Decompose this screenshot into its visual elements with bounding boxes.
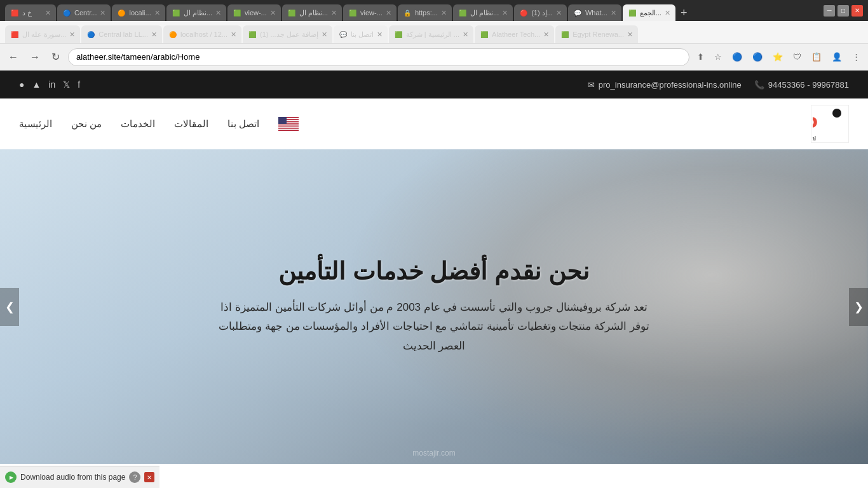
tab-close-4[interactable]: ✕ <box>215 9 221 17</box>
profile-icon[interactable]: 👤 <box>829 51 844 63</box>
language-flag[interactable] <box>278 117 299 131</box>
linkedin-icon[interactable]: in <box>48 79 55 90</box>
tab2-close-2[interactable]: ✕ <box>151 30 157 39</box>
tab-favicon-5: 🟩 <box>233 8 241 17</box>
email-address: pro_insurance@professional-ins.online <box>599 80 742 90</box>
tab-label-6: نظام ال... <box>299 9 328 17</box>
hero-prev-button[interactable]: ❮ <box>0 288 19 326</box>
share-icon[interactable]: ⬆ <box>695 51 707 63</box>
new-tab-button[interactable]: + <box>677 4 691 21</box>
menu-icon[interactable]: ⋮ <box>850 51 863 63</box>
nav-contact[interactable]: اتصل بنا <box>227 115 259 133</box>
hero-description: تعد شركة بروفيشنال جروب والتي تأسست في ع… <box>212 298 656 356</box>
tab2-favicon-wa: 💬 <box>339 30 348 39</box>
tab-close-3[interactable]: ✕ <box>154 9 160 17</box>
nav-home[interactable]: الرئيسية <box>19 115 52 133</box>
tab2-label-5: الرئيسية | شركة ... <box>406 30 459 39</box>
social-links: ● ▲ in 𝕏 f <box>19 79 80 90</box>
tab-close-whatsapp[interactable]: ✕ <box>611 9 616 17</box>
tab-label-7: view-... <box>360 9 383 17</box>
download-close-button[interactable]: ✕ <box>144 472 154 482</box>
tab-close-10[interactable]: ✕ <box>556 9 562 17</box>
tab2-label-4: إضافة عمل جد... (1) <box>260 30 318 39</box>
tab-label-4: نظام ال... <box>184 9 212 17</box>
bookmark-icon[interactable]: ☆ <box>712 51 724 63</box>
tab2-5[interactable]: 🟩 الرئيسية | شركة ... ✕ <box>389 25 473 43</box>
tab2-1[interactable]: 🟥 سورة عله ال... ✕ <box>5 25 80 43</box>
tab2-close-3[interactable]: ✕ <box>231 30 236 39</box>
tab-close-1[interactable]: ✕ <box>45 9 51 17</box>
tab-5[interactable]: 🟩 view-... ✕ <box>227 4 281 21</box>
instagram-icon[interactable]: ● <box>19 79 24 90</box>
tab2-whatsapp[interactable]: 💬 اتصل بنا ✕ <box>334 25 388 43</box>
tab-4[interactable]: 🟩 نظام ال... ✕ <box>166 4 226 21</box>
extension-icon-1[interactable]: 🔵 <box>729 51 745 63</box>
download-help-button[interactable]: ? <box>129 471 140 483</box>
tab-label-2: Centr... <box>74 9 97 17</box>
svg-rect-11 <box>278 117 287 124</box>
tab2-favicon-1: 🟥 <box>10 30 19 39</box>
address-bar: ← → ↻ ⬆ ☆ 🔵 🔵 ⭐ 🛡 📋 👤 ⋮ <box>0 44 868 71</box>
tab2-close-4[interactable]: ✕ <box>322 30 327 39</box>
close-button[interactable]: ✕ <box>851 5 863 17</box>
tab-10[interactable]: 🔴 إد (1)... ✕ <box>514 4 567 21</box>
tab2-7[interactable]: 🟩 Egypt Renewa... ✕ <box>555 25 638 43</box>
tab-active[interactable]: 🟩 الجمع... ✕ <box>623 4 675 21</box>
twitter-icon[interactable]: 𝕏 <box>63 79 70 90</box>
extension-icon-5[interactable]: 📋 <box>809 51 824 63</box>
tab2-favicon-3: 🟠 <box>168 30 177 39</box>
tab-label-whatsapp: What... <box>585 9 607 17</box>
tab2-close-6[interactable]: ✕ <box>543 30 549 39</box>
tab-label-8: https:... <box>415 9 438 17</box>
forward-button[interactable]: → <box>27 50 43 64</box>
nav-services[interactable]: الخدمات <box>121 115 155 133</box>
extension-icon-4[interactable]: 🛡 <box>790 51 804 63</box>
minimize-button[interactable]: ─ <box>824 5 835 17</box>
tab2-close-1[interactable]: ✕ <box>69 30 75 39</box>
tab-7[interactable]: 🟩 view-... ✕ <box>343 4 397 21</box>
tab-close-5[interactable]: ✕ <box>270 9 276 17</box>
tab-close-7[interactable]: ✕ <box>386 9 391 17</box>
maximize-button[interactable]: □ <box>837 5 849 17</box>
tab2-2[interactable]: 🔵 Central lab LL... ✕ <box>81 25 162 43</box>
tab2-3[interactable]: 🟠 localhost / 12... ✕ <box>163 25 241 43</box>
svg-rect-8 <box>278 125 299 126</box>
tab2-close-wa[interactable]: ✕ <box>377 30 383 39</box>
tab2-label-6: Alatheer Tech... <box>492 30 540 38</box>
logo-box: P Professional International <box>811 105 849 143</box>
tab2-6[interactable]: 🟩 Alatheer Tech... ✕ <box>475 25 554 43</box>
nav-articles[interactable]: المقالات <box>174 115 208 133</box>
tab-favicon-4: 🟩 <box>172 8 180 17</box>
reload-button[interactable]: ↻ <box>48 50 63 64</box>
tab-9[interactable]: 🟩 نظام ال... ✕ <box>453 4 513 21</box>
tab-6[interactable]: 🟩 نظام ال... ✕ <box>282 4 342 21</box>
tab2-4[interactable]: 🟩 إضافة عمل جد... (1) ✕ <box>243 25 332 43</box>
pinterest-icon[interactable]: ▲ <box>32 79 41 90</box>
tab-close-2[interactable]: ✕ <box>100 9 105 17</box>
download-play-button[interactable] <box>5 471 17 483</box>
tab-2[interactable]: 🔵 Centr... ✕ <box>57 4 111 21</box>
extension-icon-3[interactable]: ⭐ <box>770 51 785 63</box>
tab2-favicon-7: 🟩 <box>560 30 569 39</box>
tab-close-active[interactable]: ✕ <box>665 9 670 17</box>
tab-whatsapp[interactable]: 💬 What... ✕ <box>568 4 621 21</box>
tab-close-8[interactable]: ✕ <box>441 9 447 17</box>
tab-close-6[interactable]: ✕ <box>331 9 337 17</box>
facebook-icon[interactable]: f <box>78 79 80 90</box>
tab-3[interactable]: 🟠 locali... ✕ <box>112 4 165 21</box>
nav-menu: اتصل بنا المقالات الخدمات من نحن الرئيسي… <box>19 115 299 133</box>
tab2-close-7[interactable]: ✕ <box>627 30 633 39</box>
tab-close-9[interactable]: ✕ <box>502 9 508 17</box>
logo-svg: P Professional International <box>813 107 848 142</box>
tab-1[interactable]: 🟥 خ د ✕ <box>5 4 56 21</box>
tab-8[interactable]: 🔒 https:... ✕ <box>398 4 452 21</box>
nav-about[interactable]: من نحن <box>71 115 102 133</box>
tab-favicon-10: 🔴 <box>519 8 528 17</box>
extension-icon-2[interactable]: 🔵 <box>750 51 765 63</box>
svg-text:P: P <box>813 112 818 139</box>
tab-favicon-7: 🟩 <box>348 8 357 17</box>
hero-next-button[interactable]: ❯ <box>849 288 868 326</box>
tab2-close-5[interactable]: ✕ <box>463 30 468 39</box>
address-input[interactable] <box>68 48 689 66</box>
back-button[interactable]: ← <box>5 50 22 64</box>
